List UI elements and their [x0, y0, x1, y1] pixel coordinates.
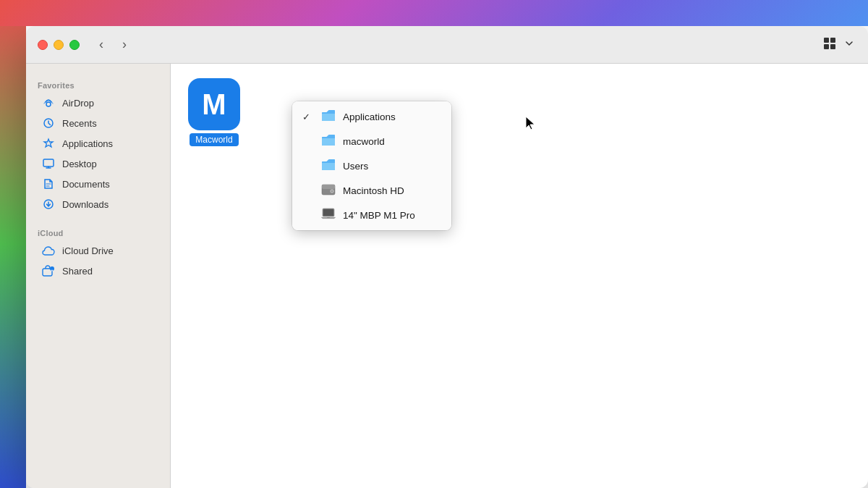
- dropdown-item-users[interactable]: Users: [292, 153, 451, 178]
- svg-rect-17: [327, 217, 330, 218]
- macworld-icon-letter: M: [202, 88, 226, 121]
- folder-macworld-icon: [321, 134, 336, 148]
- dropdown-applications-label: Applications: [343, 112, 396, 122]
- recents-icon: [42, 117, 55, 130]
- svg-rect-2: [824, 44, 829, 49]
- folder-users-icon: [321, 159, 336, 173]
- applications-label: Applications: [62, 138, 113, 149]
- back-button[interactable]: ‹: [91, 35, 111, 55]
- dropdown-item-mbp[interactable]: 14" MBP M1 Pro: [292, 203, 451, 227]
- svg-rect-0: [824, 38, 829, 43]
- macworld-icon: M: [188, 78, 240, 130]
- airdrop-icon: [42, 96, 55, 109]
- toolbar: ‹ ›: [26, 26, 868, 64]
- svg-point-4: [46, 102, 51, 106]
- documents-label: Documents: [62, 179, 110, 190]
- svg-point-14: [331, 190, 333, 192]
- dropdown-macintosh-hd-label: Macintosh HD: [343, 185, 404, 196]
- documents-icon: [42, 177, 55, 190]
- sidebar-item-applications[interactable]: Applications: [30, 133, 166, 153]
- shared-icon: +: [42, 264, 55, 277]
- view-chevron-button[interactable]: [842, 36, 856, 53]
- sidebar-item-downloads[interactable]: Downloads: [30, 194, 166, 214]
- content-area: Favorites AirDrop: [26, 64, 868, 488]
- dropdown-users-label: Users: [343, 161, 368, 172]
- chevron-down-icon: [845, 39, 854, 48]
- sidebar-item-desktop[interactable]: Desktop: [30, 153, 166, 174]
- view-grid-button[interactable]: [820, 34, 839, 55]
- laptop-icon: [321, 208, 336, 222]
- file-area: M Macworld: [171, 64, 868, 161]
- macworld-file-item[interactable]: M Macworld: [185, 78, 243, 146]
- folder-applications-icon: [321, 109, 336, 124]
- recents-label: Recents: [62, 118, 97, 129]
- dropdown-item-macintosh-hd[interactable]: Macintosh HD: [292, 178, 451, 203]
- dropdown-mbp-label: 14" MBP M1 Pro: [343, 210, 415, 221]
- svg-rect-12: [322, 185, 335, 189]
- sidebar-item-airdrop[interactable]: AirDrop: [30, 93, 166, 113]
- dropdown-macworld-label: macworld: [343, 136, 385, 147]
- svg-rect-6: [43, 159, 54, 167]
- sidebar-item-recents[interactable]: Recents: [30, 113, 166, 133]
- dropdown-item-applications[interactable]: ✓ Applications: [292, 104, 451, 129]
- close-button[interactable]: [38, 40, 48, 50]
- minimize-button[interactable]: [54, 40, 64, 50]
- sidebar-item-documents[interactable]: Documents: [30, 174, 166, 194]
- macworld-label: Macworld: [190, 133, 238, 146]
- svg-rect-16: [323, 209, 333, 216]
- desktop-icon: [42, 157, 55, 170]
- icloud-drive-label: iCloud Drive: [62, 245, 114, 256]
- sidebar-item-shared[interactable]: + Shared: [30, 261, 166, 281]
- svg-rect-1: [830, 38, 835, 43]
- svg-text:+: +: [51, 268, 54, 272]
- checkmark-icon: ✓: [302, 112, 314, 122]
- sidebar: Favorites AirDrop: [26, 64, 171, 488]
- nav-buttons: ‹ ›: [91, 35, 135, 55]
- applications-icon: [42, 137, 55, 150]
- main-file-area: M Macworld ✓ Applications: [171, 64, 868, 488]
- path-dropdown-menu: ✓ Applications: [292, 101, 451, 230]
- disk-icon: [321, 183, 336, 198]
- dropdown-item-macworld[interactable]: macworld: [292, 129, 451, 153]
- shared-label: Shared: [62, 266, 93, 277]
- finder-window: ‹ › Favorites: [26, 26, 868, 488]
- downloads-icon: [42, 198, 55, 211]
- favorites-label: Favorites: [26, 75, 170, 93]
- airdrop-label: AirDrop: [62, 98, 94, 109]
- color-strip: [0, 0, 26, 488]
- grid-view-icon: [823, 37, 836, 50]
- maximize-button[interactable]: [69, 40, 80, 50]
- forward-button[interactable]: ›: [114, 35, 135, 55]
- view-controls: [820, 34, 856, 55]
- desktop-label: Desktop: [62, 159, 97, 169]
- title-bar: [0, 0, 868, 26]
- svg-rect-3: [830, 44, 835, 49]
- icloud-label: iCloud: [26, 223, 170, 240]
- traffic-lights: [38, 40, 80, 50]
- downloads-label: Downloads: [62, 199, 109, 210]
- icloud-icon: [42, 244, 55, 257]
- sidebar-item-icloud-drive[interactable]: iCloud Drive: [30, 240, 166, 261]
